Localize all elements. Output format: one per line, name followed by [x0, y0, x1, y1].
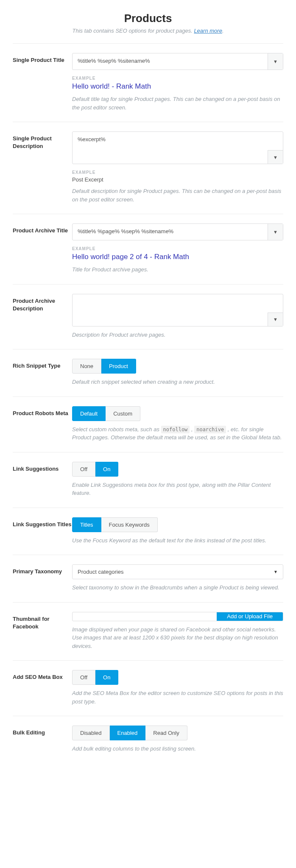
thumb-fb-upload-button[interactable]: Add or Upload File: [217, 612, 283, 621]
label-archive-desc: Product Archive Description: [13, 294, 72, 313]
label-primary-tax: Primary Taxonomy: [13, 564, 72, 575]
section-single-title: Single Product Title %title% %sep% %site…: [13, 43, 283, 122]
example-label: EXAMPLE: [72, 170, 283, 175]
label-link-sugg-titles: Link Suggestion Titles: [13, 517, 72, 528]
example-label: EXAMPLE: [72, 76, 283, 81]
page-title: Products: [13, 12, 283, 25]
bulk-edit-disabled[interactable]: Disabled: [72, 726, 110, 740]
chevron-down-icon: ▼: [273, 155, 278, 160]
single-title-desc: Default title tag for single Product pag…: [72, 95, 283, 112]
chevron-down-icon: ▼: [273, 59, 278, 64]
section-primary-tax: Primary Taxonomy Product categories ▼ Se…: [13, 555, 283, 602]
single-desc-example: Post Excerpt: [72, 176, 283, 183]
archive-title-desc: Title for Product archive pages.: [72, 265, 283, 274]
example-label: EXAMPLE: [72, 246, 283, 251]
label-single-desc: Single Product Description: [13, 131, 72, 150]
thumb-fb-input[interactable]: [73, 612, 217, 621]
triangle-down-icon: ▼: [274, 569, 278, 574]
single-title-input[interactable]: %title% %sep% %sitename% ▼: [72, 53, 283, 70]
thumb-fb-desc: Image displayed when your page is shared…: [72, 625, 283, 650]
robots-custom[interactable]: Custom: [106, 406, 140, 421]
single-desc-value[interactable]: %excerpt%: [73, 132, 283, 164]
seo-box-desc: Add the SEO Meta Box for the editor scre…: [72, 689, 283, 706]
section-robots: Product Robots Meta Default Custom Selec…: [13, 396, 283, 452]
robots-group: Default Custom: [72, 406, 140, 421]
section-rich-snippet: Rich Snippet Type None Product Default r…: [13, 349, 283, 396]
label-rich-snippet: Rich Snippet Type: [13, 359, 72, 370]
link-sugg-titles-titles[interactable]: Titles: [72, 517, 101, 532]
robots-code1: nofollow: [161, 426, 190, 433]
rich-snippet-none[interactable]: None: [72, 359, 101, 374]
thumb-fb-wrap: Add or Upload File: [72, 612, 283, 621]
primary-tax-desc: Select taxonomy to show in the Breadcrum…: [72, 583, 283, 592]
label-seo-box: Add SEO Meta Box: [13, 670, 72, 681]
single-title-example: Hello world! - Rank Math: [72, 82, 283, 91]
seo-box-off[interactable]: Off: [72, 670, 95, 685]
bulk-edit-group: Disabled Enabled Read Only: [72, 726, 187, 740]
rich-snippet-product[interactable]: Product: [101, 359, 136, 374]
learn-more-link[interactable]: Learn more: [194, 28, 222, 34]
archive-desc-value[interactable]: [73, 294, 283, 326]
link-sugg-titles-focus[interactable]: Focus Keywords: [101, 517, 158, 532]
seo-box-group: Off On: [72, 670, 118, 685]
section-link-sugg: Link Suggestions Off On Enable Link Sugg…: [13, 452, 283, 508]
section-single-desc: Single Product Description %excerpt% ▼ E…: [13, 122, 283, 214]
single-desc-input[interactable]: %excerpt% ▼: [72, 131, 283, 164]
page-subtitle: This tab contains SEO options for produc…: [13, 28, 283, 34]
seo-box-on[interactable]: On: [95, 670, 118, 685]
link-sugg-group: Off On: [72, 462, 118, 477]
primary-tax-select[interactable]: Product categories ▼: [72, 564, 283, 579]
archive-title-dropdown[interactable]: ▼: [268, 224, 283, 240]
single-desc-desc: Default description for single Product p…: [72, 187, 283, 204]
robots-desc: Select custom robots meta, such as nofol…: [72, 425, 283, 442]
label-single-title: Single Product Title: [13, 53, 72, 64]
chevron-down-icon: ▼: [273, 229, 278, 234]
label-thumb-fb: Thumbnail for Facebook: [13, 612, 72, 631]
link-sugg-titles-desc: Use the Focus Keyword as the default tex…: [72, 536, 283, 545]
archive-title-example: Hello world! page 2 of 4 - Rank Math: [72, 253, 283, 261]
section-link-sugg-titles: Link Suggestion Titles Titles Focus Keyw…: [13, 508, 283, 555]
bulk-edit-desc: Add bulk editing columns to the post lis…: [72, 745, 283, 753]
label-archive-title: Product Archive Title: [13, 223, 72, 234]
archive-desc-dropdown[interactable]: ▼: [268, 313, 283, 326]
robots-desc-pre: Select custom robots meta, such as: [72, 426, 161, 433]
robots-mid1: ,: [190, 426, 194, 433]
subtitle-text: This tab contains SEO options for produc…: [73, 28, 194, 34]
single-title-value[interactable]: %title% %sep% %sitename%: [73, 53, 268, 70]
section-archive-desc: Product Archive Description ▼ Descriptio…: [13, 284, 283, 349]
rich-snippet-desc: Default rich snippet selected when creat…: [72, 378, 283, 386]
archive-desc-input[interactable]: ▼: [72, 294, 283, 327]
section-bulk-edit: Bulk Editing Disabled Enabled Read Only …: [13, 716, 283, 763]
section-seo-box: Add SEO Meta Box Off On Add the SEO Meta…: [13, 660, 283, 716]
link-sugg-on[interactable]: On: [95, 462, 118, 477]
single-desc-dropdown[interactable]: ▼: [268, 150, 283, 164]
label-bulk-edit: Bulk Editing: [13, 726, 72, 737]
section-thumb-fb: Thumbnail for Facebook Add or Upload Fil…: [13, 602, 283, 661]
label-link-sugg: Link Suggestions: [13, 462, 72, 473]
rich-snippet-group: None Product: [72, 359, 136, 374]
label-robots: Product Robots Meta: [13, 406, 72, 417]
robots-code2: noarchive: [194, 426, 226, 433]
single-title-dropdown[interactable]: ▼: [268, 53, 283, 70]
robots-default[interactable]: Default: [72, 406, 106, 421]
archive-title-value[interactable]: %title% %page% %sep% %sitename%: [73, 224, 268, 240]
archive-title-input[interactable]: %title% %page% %sep% %sitename% ▼: [72, 223, 283, 240]
link-sugg-desc: Enable Link Suggestions meta box for thi…: [72, 481, 283, 497]
archive-desc-desc: Description for Product archive pages.: [72, 331, 283, 339]
chevron-down-icon: ▼: [273, 317, 278, 322]
primary-tax-value: Product categories: [78, 569, 123, 575]
section-archive-title: Product Archive Title %title% %page% %se…: [13, 214, 283, 284]
link-sugg-titles-group: Titles Focus Keywords: [72, 517, 158, 532]
bulk-edit-enabled[interactable]: Enabled: [110, 726, 146, 740]
subtitle-post: .: [222, 28, 224, 34]
bulk-edit-readonly[interactable]: Read Only: [145, 726, 187, 740]
link-sugg-off[interactable]: Off: [72, 462, 95, 477]
